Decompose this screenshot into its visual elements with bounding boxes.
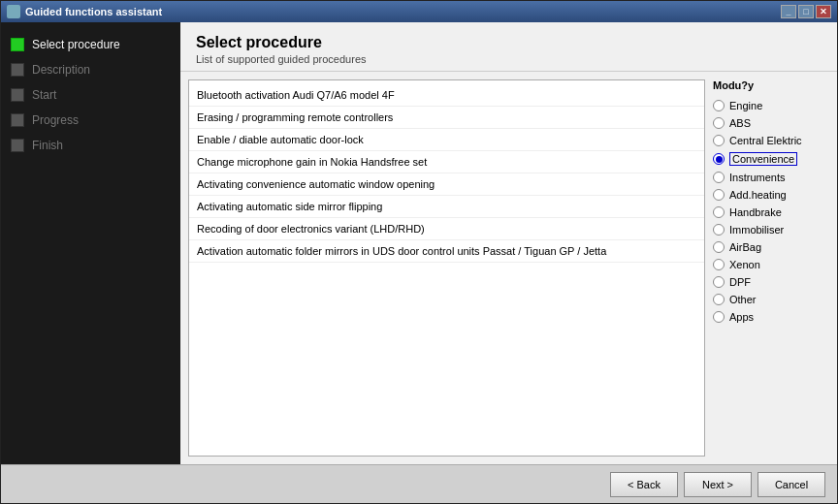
procedure-item-1[interactable]: Erasing / programming remote controllers [189,107,704,129]
back-button[interactable]: < Back [610,472,678,497]
sidebar: Select procedureDescriptionStartProgress… [1,22,180,464]
module-items: EngineABSCentral ElektricConvenienceInst… [713,97,829,326]
content-area: Select procedureDescriptionStartProgress… [1,22,837,464]
module-label-1: ABS [729,117,751,129]
module-item-apps[interactable]: Apps [713,308,829,326]
sidebar-item-start[interactable]: Start [1,82,180,108]
module-label-5: Add.heating [729,189,787,201]
module-item-addheating[interactable]: Add.heating [713,186,829,204]
radio-9 [713,259,725,270]
procedure-item-6[interactable]: Recoding of door electronics variant (LH… [189,218,704,240]
module-panel: Modu?y EngineABSCentral ElektricConvenie… [713,79,829,457]
module-item-xenon[interactable]: Xenon [713,256,829,273]
radio-4 [713,172,725,183]
sidebar-item-finish[interactable]: Finish [1,133,180,158]
step-indicator-3 [11,113,24,127]
module-item-dpf[interactable]: DPF [713,273,829,291]
sidebar-item-description[interactable]: Description [1,57,180,82]
procedure-item-7[interactable]: Activation automatic folder mirrors in U… [189,240,704,263]
module-panel-title: Modu?y [713,79,829,91]
radio-3 [713,153,725,165]
title-bar: Guided functions assistant _ □ ✕ [1,1,837,22]
module-label-12: Apps [729,311,754,323]
title-buttons: _ □ ✕ [781,5,831,18]
minimize-button[interactable]: _ [781,5,796,18]
step-indicator-1 [11,63,24,77]
procedure-item-0[interactable]: Bluetooth activation Audi Q7/A6 model 4F [189,84,704,107]
module-label-4: Instruments [729,172,785,183]
module-label-6: Handbrake [729,206,782,218]
sidebar-label-3: Progress [32,113,79,127]
module-label-11: Other [729,294,757,305]
page-subtitle: List of supported guided procedures [196,53,822,65]
radio-11 [713,294,725,305]
radio-5 [713,189,725,201]
module-label-0: Engine [729,100,762,111]
module-label-3: Convenience [729,152,797,166]
step-indicator-0 [11,38,24,51]
procedure-item-2[interactable]: Enable / diable automatic door-lock [189,129,704,151]
step-indicator-2 [11,88,24,102]
module-label-10: DPF [729,276,751,288]
window-icon [7,5,20,18]
module-item-convenience[interactable]: Convenience [713,149,829,169]
radio-12 [713,311,725,323]
sidebar-label-1: Description [32,63,90,77]
sidebar-label-0: Select procedure [32,38,120,51]
procedure-list[interactable]: Bluetooth activation Audi Q7/A6 model 4F… [188,79,705,457]
main-body: Bluetooth activation Audi Q7/A6 model 4F… [180,72,837,464]
maximize-button[interactable]: □ [798,5,814,18]
radio-2 [713,135,725,146]
procedure-item-5[interactable]: Activating automatic side mirror flippin… [189,196,704,218]
module-label-2: Central Elektric [729,135,802,146]
sidebar-label-4: Finish [32,139,63,152]
sidebar-label-2: Start [32,88,56,102]
cancel-button[interactable]: Cancel [757,472,825,497]
sidebar-item-progress[interactable]: Progress [1,108,180,133]
step-indicator-4 [11,139,24,152]
module-label-7: Immobiliser [729,224,784,236]
close-button[interactable]: ✕ [816,5,831,18]
radio-7 [713,224,725,236]
module-item-other[interactable]: Other [713,291,829,308]
radio-1 [713,117,725,129]
module-item-handbrake[interactable]: Handbrake [713,204,829,221]
procedure-item-4[interactable]: Activating convenience automatic window … [189,173,704,196]
module-item-instruments[interactable]: Instruments [713,169,829,186]
main-window: Guided functions assistant _ □ ✕ Select … [0,0,838,504]
footer: < Back Next > Cancel [1,464,837,503]
radio-10 [713,276,725,288]
main-panel: Select procedure List of supported guide… [180,22,837,464]
module-item-engine[interactable]: Engine [713,97,829,114]
sidebar-item-select-procedure[interactable]: Select procedure [1,32,180,57]
next-button[interactable]: Next > [684,472,752,497]
module-item-airbag[interactable]: AirBag [713,238,829,256]
radio-6 [713,206,725,218]
window-title: Guided functions assistant [25,6,162,17]
module-label-8: AirBag [729,241,761,253]
radio-0 [713,100,725,111]
module-label-9: Xenon [729,259,760,270]
module-item-immobiliser[interactable]: Immobiliser [713,221,829,238]
page-title: Select procedure [196,34,822,51]
radio-8 [713,241,725,253]
main-header: Select procedure List of supported guide… [180,22,837,72]
procedure-item-3[interactable]: Change microphone gain in Nokia Handsfre… [189,151,704,173]
module-item-abs[interactable]: ABS [713,114,829,132]
module-item-central-elektric[interactable]: Central Elektric [713,132,829,149]
